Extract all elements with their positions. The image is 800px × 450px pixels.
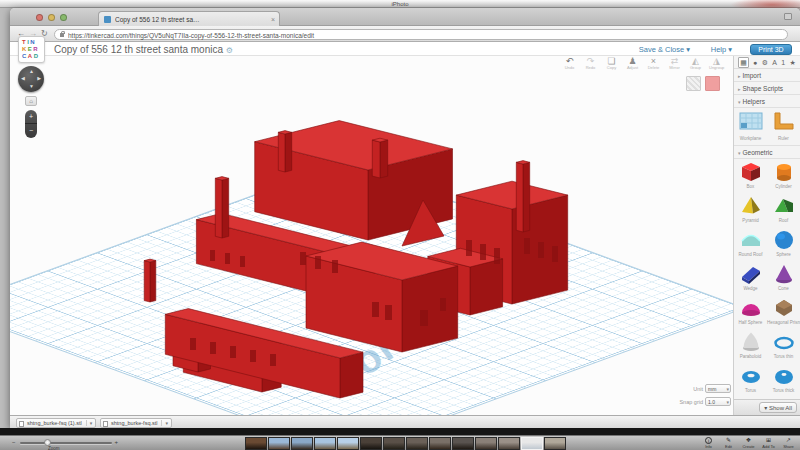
zoom-in-button[interactable]: + <box>25 110 37 123</box>
rotate-right-icon[interactable]: ▶ <box>37 76 41 81</box>
tab-letters[interactable]: A <box>772 58 777 67</box>
close-window-button[interactable] <box>36 14 43 21</box>
photo-thumbnail[interactable] <box>383 437 405 450</box>
redo-button[interactable]: ↷Redo <box>583 56 598 70</box>
section-geometric[interactable]: ▾Geometric <box>734 146 800 159</box>
photo-thumbnail[interactable] <box>314 437 336 450</box>
photo-zoom-slider[interactable]: − + Zoom <box>12 439 132 450</box>
tinkercad-logo[interactable]: TINKERCAD <box>18 36 45 63</box>
helper-workplane[interactable]: Workplane <box>736 111 766 145</box>
torusthin-icon <box>772 330 796 354</box>
unit-select[interactable]: mm▾ <box>705 384 731 393</box>
help-menu[interactable]: Help ▾ <box>711 45 732 54</box>
shape-tile-roof[interactable]: Roof <box>767 193 800 227</box>
shape-tile-box[interactable]: Box <box>734 159 767 193</box>
create-button[interactable]: ❖Create <box>741 437 756 449</box>
rotate-up-icon[interactable]: ▲ <box>29 69 34 74</box>
shape-label: Half Sphere <box>734 320 767 325</box>
dock-button-label: Create <box>741 444 756 449</box>
cylinder-icon <box>772 160 796 184</box>
section-import[interactable]: ▸Import <box>734 69 800 82</box>
shape-tile-halfsphere[interactable]: Half Sphere <box>734 295 767 329</box>
shape-tile-cone[interactable]: Cone <box>767 261 800 295</box>
photo-thumbnail[interactable] <box>452 437 474 450</box>
shape-tile-pyramid[interactable]: Pyramid <box>734 193 767 227</box>
share-button[interactable]: ↗Share <box>781 437 796 449</box>
addto-button[interactable]: ⊞Add To <box>761 437 776 449</box>
photo-thumbnail[interactable] <box>498 437 520 450</box>
snap-grid-select[interactable]: 1.0▾ <box>705 397 731 406</box>
shape-label: Hexagonal Prism <box>767 320 800 325</box>
group-button[interactable]: ◭Group <box>688 56 703 70</box>
shape-tile-wedge[interactable]: Wedge <box>734 261 767 295</box>
material-color-swatch[interactable] <box>705 76 720 91</box>
shape-tile-torus[interactable]: Torus <box>734 363 767 397</box>
photo-thumbnail[interactable] <box>245 437 267 450</box>
rotate-left-icon[interactable]: ◀ <box>21 76 25 81</box>
shape-tile-cylinder[interactable]: Cylinder <box>767 159 800 193</box>
copy-button[interactable]: ❏Copy <box>604 56 619 70</box>
undo-button[interactable]: ↶Undo <box>562 56 577 70</box>
minimize-window-button[interactable] <box>48 14 55 21</box>
zoom-out-button[interactable]: − <box>25 123 37 137</box>
zoom-window-button[interactable] <box>60 14 67 21</box>
material-hole-swatch[interactable] <box>686 76 701 91</box>
download-item[interactable]: shtng_burke-fsq.stl▾ <box>100 418 172 428</box>
logo-row: TIN <box>22 39 44 46</box>
photo-thumbnail[interactable] <box>337 437 359 450</box>
view-rotate-pad[interactable]: ▲ ▼ ◀ ▶ <box>18 66 44 92</box>
photo-thumbnail[interactable] <box>475 437 497 450</box>
tab-community[interactable]: ● <box>753 58 757 67</box>
home-view-button[interactable]: ⌂ <box>25 96 37 106</box>
tab-settings[interactable]: ⚙ <box>762 58 768 67</box>
shape-tile-torusthick[interactable]: Torus thick <box>767 363 800 397</box>
model-building[interactable] <box>10 56 733 415</box>
tab-numbers[interactable]: 1 <box>781 58 785 67</box>
tab-close-icon[interactable]: × <box>271 15 275 24</box>
zoom-plus-icon[interactable]: + <box>114 439 118 446</box>
tab-symbols[interactable]: ★ <box>790 58 796 67</box>
tab-shapes-grid[interactable]: ▦ <box>738 57 749 68</box>
shape-tile-roundroof[interactable]: Round Roof <box>734 227 767 261</box>
adjust-button[interactable]: ♟Adjust <box>625 56 640 70</box>
design-canvas[interactable]: Workplane ▲ ▼ ◀ ▶ ⌂ + − ↶Undo↷Redo❏Copy♟… <box>10 56 733 415</box>
box-icon <box>739 160 763 184</box>
info-button[interactable]: iInfo <box>701 437 716 449</box>
shape-tile-paraboloid[interactable]: Paraboloid <box>734 329 767 363</box>
photo-thumbnail[interactable] <box>360 437 382 450</box>
address-bar[interactable]: https://tinkercad.com/things/QV5uNqT7IIa… <box>54 29 788 40</box>
photo-thumbnail[interactable] <box>544 437 566 450</box>
title-gear-icon[interactable]: ⚙ <box>226 46 233 55</box>
zoom-slider-track[interactable] <box>20 442 112 444</box>
photo-filmstrip <box>245 437 566 450</box>
photo-thumbnail[interactable] <box>268 437 290 450</box>
show-all-button[interactable]: ▾ Show All <box>759 402 797 413</box>
shape-tile-sphere[interactable]: Sphere <box>767 227 800 261</box>
zoom-minus-icon[interactable]: − <box>12 439 16 446</box>
ungroup-button[interactable]: ◮Ungroup <box>709 56 724 70</box>
save-close-button[interactable]: Save & Close ▾ <box>639 45 690 54</box>
download-menu-arrow[interactable]: ▾ <box>86 420 93 426</box>
zoom-control[interactable]: + − <box>25 110 37 138</box>
addto-icon: ⊞ <box>761 437 776 444</box>
photo-thumbnail[interactable] <box>406 437 428 450</box>
print-3d-button[interactable]: Print 3D <box>750 44 792 55</box>
rotate-down-icon[interactable]: ▼ <box>29 84 34 89</box>
shape-label: Pyramid <box>734 218 767 223</box>
download-menu-arrow[interactable]: ▾ <box>161 420 168 426</box>
section-helpers[interactable]: ▾Helpers <box>734 95 800 108</box>
shape-tile-hexprism[interactable]: Hexagonal Prism <box>767 295 800 329</box>
edit-button[interactable]: ✎Edit <box>721 437 736 449</box>
browser-tab[interactable]: Copy of 556 12 th street sa… × <box>98 11 280 26</box>
photo-thumbnail-selected[interactable] <box>521 437 543 450</box>
download-item[interactable]: shtng_burke-fsq (1).stl▾ <box>16 418 96 428</box>
mirror-button[interactable]: ⇄Mirror <box>667 56 682 70</box>
helper-ruler[interactable]: Ruler <box>769 111 799 145</box>
zoom-slider-knob[interactable] <box>44 439 51 446</box>
shape-tile-torusthin[interactable]: Torus thin <box>767 329 800 363</box>
photo-thumbnail[interactable] <box>429 437 451 450</box>
photo-thumbnail[interactable] <box>291 437 313 450</box>
window-control-icon[interactable] <box>784 13 792 20</box>
section-shape-scripts[interactable]: ▸Shape Scripts <box>734 82 800 95</box>
delete-button[interactable]: ×Delete <box>646 56 661 70</box>
